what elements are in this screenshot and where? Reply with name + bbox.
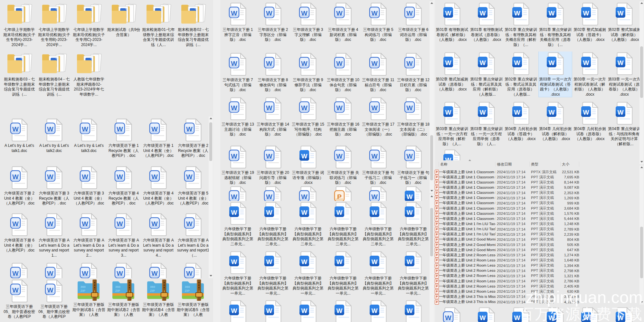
- file-item[interactable]: W 六年级数学下册【典型例题系列】典型例题系列之第一单元...: [396, 251, 430, 296]
- col-header-name[interactable]: 名称: [439, 162, 496, 167]
- file-item[interactable]: W 第03章 一元一次方程测试卷测试（原卷版）（人教版） .docx: [608, 52, 641, 97]
- file-item[interactable]: W 三年级语文下册 14 构段方式（部编版） .doc: [256, 97, 290, 137]
- file-item[interactable]: W 六年级英语下册 1 Recycle 教案（人教PEP）. doc: [107, 118, 140, 158]
- file-item[interactable]: W 六年级数学下册【典型例题系列】典型例题系列之第二单元...: [396, 201, 430, 247]
- file-item[interactable]: W 第02章 整式加减测试卷（答题卡）（人教版） .docx: [573, 2, 606, 43]
- file-item[interactable]: W 六年级英语下册 A Let's learn & Do a survey an…: [107, 213, 140, 258]
- file-item[interactable]: W 六年级英语下册 2 Recycle 教案（人教PEP）. doc: [176, 118, 210, 158]
- file-item[interactable]: W 三年级语文下册 19 选材组材（部编版） .doc: [221, 145, 255, 185]
- file-item[interactable]: W: [256, 299, 290, 322]
- file-item[interactable]: W 三年级语文下册 8 修改病句（部编版） .doc: [256, 52, 290, 93]
- zip-archive-item[interactable]: 360 ZIP 三年级英语下册版期中测试卷1（含答案）（人教: [72, 279, 106, 317]
- right-panel-scrollbar-bottom[interactable]: [639, 166, 644, 305]
- file-item[interactable]: W 第03章 重点突破训练：一元一次方程应用举例（解析版）（人...: [435, 101, 469, 147]
- file-item[interactable]: W 第04章 几何初步测试卷（答题卡）（人教版） .docx: [504, 101, 537, 142]
- file-item[interactable]: W: [608, 307, 641, 322]
- file-item[interactable]: W 第04章 几何初步测试卷（解析版）（人教版） .docx: [539, 101, 572, 142]
- file-item[interactable]: W 六年级数学下册【典型例题系列】典型例题系列之第二单元...: [361, 201, 395, 247]
- file-item[interactable]: W 第02章 重点突破训练：整式运算及其应用（解析版）（人教版...: [470, 52, 503, 97]
- file-item[interactable]: W: [361, 299, 395, 322]
- file-item[interactable]: W 三年级语文下册 关联词练习（部编版） .doc: [326, 145, 360, 185]
- scrollbar-thumb[interactable]: [430, 135, 433, 180]
- list-row[interactable]: P一年级英语上册 Unit 2 Room Lesson ...2024/11/1…: [433, 252, 642, 258]
- list-row[interactable]: P一年级英语上册 Unit 1 I'm LIU Tao课...2024/11/1…: [433, 232, 642, 237]
- file-item[interactable]: W 第01章 有理数测试卷测试（解析版）（人教版） .docx: [435, 2, 469, 43]
- file-item[interactable]: W: [504, 307, 537, 322]
- middle-panel-scrollbar-top[interactable]: [430, 1, 434, 193]
- folder-item[interactable]: 期末检测卷02 - 七年级数学上册期末综合复习专题提优训练（...: [176, 2, 210, 47]
- folder-item[interactable]: 期末检测卷01-七年级数学上册期末综合复习专题提优训练（人...: [142, 2, 175, 47]
- file-item[interactable]: W 三年级语文下册 2 字形区分（部编版） .doc: [256, 2, 290, 43]
- file-item[interactable]: W 六年级英语下册 A Let's learn & Do a survey an…: [142, 213, 175, 258]
- list-row[interactable]: P一年级英语上册 Unit 1 Classroom Les...2024/11/…: [433, 180, 642, 185]
- file-item[interactable]: W 三年级语文下册 6 词语运用（部编版） .doc: [396, 2, 430, 43]
- file-item[interactable]: W 第02章 重点突破训练：整式运算及其应用（原卷版）（人教版...: [504, 52, 537, 97]
- file-item[interactable]: W 六年级数学下册【典型例题系列】典型例题系列之第一单元...: [256, 251, 290, 296]
- list-row[interactable]: P一年级英语上册 Unit 1 I'm LIU Tao课...2024/11/1…: [433, 227, 642, 232]
- list-row[interactable]: P一年级英语上册 Unit 1 Classroom Les...2024/11/…: [433, 175, 642, 180]
- scroll-up-icon[interactable]: [210, 118, 212, 119]
- file-item[interactable]: W 六年级数学下册【典型例题系列】典型例题系列之第一单元...: [221, 251, 255, 296]
- file-item[interactable]: W: [291, 299, 325, 322]
- file-item[interactable]: W 六年级英语下册 1 Unit 4 教案（全）（人教PEP）.doc: [142, 118, 175, 158]
- list-row[interactable]: P一年级英语上册 Unit 1 I'm LIU Tao--H...2024/11…: [433, 221, 642, 226]
- scroll-down-icon[interactable]: [431, 190, 433, 192]
- scrollbar-thumb[interactable]: [209, 122, 212, 161]
- zip-archive-item[interactable]: 360 ZIP 三年级英语下册版期中测试卷2（含答案）（人教: [107, 279, 140, 317]
- file-item[interactable]: W 三年级语文下册 15 写作顺序、结构（部编版） .doc: [291, 97, 325, 137]
- file-item[interactable]: W 三年级语文下册 句子练习一（部编版） .doc: [396, 145, 430, 185]
- scrollbar-thumb[interactable]: [640, 227, 643, 278]
- scroll-up-icon[interactable]: [431, 195, 433, 197]
- list-row[interactable]: P一年级英语上册 Unit 2 Room Lesson ...2024/11/1…: [433, 258, 642, 263]
- file-item[interactable]: W: [221, 299, 255, 322]
- file-item[interactable]: W 六年级数学下册【典型例题系列】典型例题系列之第一单元...: [326, 251, 360, 296]
- file-item[interactable]: W 第01章 重点突破训练：有理数及其相关概念应用（原卷版）（...: [539, 2, 572, 47]
- list-row[interactable]: P一年级英语上册 Unit 1 Classroom Les...2024/11/…: [433, 169, 642, 175]
- file-item[interactable]: W 六年级数学下册【典型例题系列】典型例题系列之第一单元...: [291, 251, 325, 296]
- file-item[interactable]: W 第04章 几何初步测试卷（原卷版）（人教版） .docx: [573, 101, 606, 142]
- file-item[interactable]: W 六年级英语下册 A Let's learn & Do a survey an…: [37, 213, 71, 258]
- file-item[interactable]: W 三年级语文下册 13 主题讨论（部编版） .doc: [221, 97, 255, 137]
- file-item[interactable]: W 三年级语文下册 1 辨字正音（部编版） .doc: [221, 2, 255, 43]
- file-item[interactable]: W: [539, 307, 572, 322]
- col-header-date[interactable]: 修改日期: [496, 162, 530, 167]
- file-item[interactable]: W 六年级英语下册 A Let's learn & Do a survey an…: [72, 213, 106, 258]
- file-item[interactable]: W 第01章 重点突破训练：有理数及其相关概念应用（解析版）（...: [504, 2, 537, 47]
- file-item[interactable]: W 三年级语文下册 3 字义理解（部编版） .doc: [291, 2, 325, 43]
- left-panel-scrollbar[interactable]: [209, 117, 213, 278]
- file-item[interactable]: W 三年级语文下册 句子练习二（部编版） .doc: [361, 145, 395, 185]
- file-item[interactable]: W: [361, 185, 395, 201]
- zip-archive-item[interactable]: 360 ZIP 三年级英语下册版期中测试卷5（含答案）（人教: [176, 279, 210, 317]
- file-item[interactable]: W 三年级语文下册 7 句式练习（部编版） .doc: [221, 52, 255, 93]
- list-row[interactable]: P一年级英语上册 Unit 1 Classroom Les...2024/11/…: [433, 216, 642, 221]
- file-item[interactable]: W 第02章 整式加减测试卷（原卷版）（人教版） .docx: [435, 52, 469, 92]
- file-item[interactable]: W 六年级英语下册 5 Unit 4 教案（全）（人教PEP）.doc: [176, 166, 210, 206]
- scroll-down-icon[interactable]: [210, 275, 212, 277]
- list-row[interactable]: P一年级英语上册 Unit 2 Room Lesson ...2024/11/1…: [433, 279, 642, 284]
- scroll-up-icon[interactable]: [640, 2, 643, 4]
- file-item[interactable]: W: [107, 262, 140, 278]
- list-row[interactable]: P一年级英语上册 Unit 3 This is Miss Li ...2024/…: [433, 294, 642, 299]
- file-item[interactable]: W 六年级数学下册【典型例题系列】典型例题系列之第二单元...: [256, 201, 290, 247]
- file-item[interactable]: W: [396, 299, 430, 322]
- file-item[interactable]: W: [221, 185, 255, 201]
- file-item[interactable]: W 三年级语文下册 5 构词练习（部编版） .doc: [361, 2, 395, 43]
- list-row[interactable]: P一年级英语上册 Unit 2 Good Morning...2024/11/1…: [433, 237, 642, 242]
- file-item[interactable]: W 六年级数学下册【典型例题系列】典型例题系列之第二单元...: [326, 201, 360, 247]
- col-header-type[interactable]: 类型: [530, 162, 561, 167]
- file-item[interactable]: W A Let's try & Let's talk3.doc: [72, 118, 106, 153]
- file-item[interactable]: W 六年级英语下册 3 Recycle 教案（人教PEP）. doc: [37, 166, 71, 206]
- file-item[interactable]: W 三年级英语下册 05、期中普通校密卷（人教PEP: [3, 279, 36, 319]
- file-item[interactable]: W: [291, 185, 325, 201]
- folder-item[interactable]: 七年级上学期数学期末培优检测(尖子生专用B)-2023-2024学...: [37, 2, 71, 47]
- file-item[interactable]: W 第04章 重点突破训练：与线段和角有关的证明与计算（解析版...: [608, 101, 641, 147]
- file-item[interactable]: W 六年级英语下册 A Let's learn & Do a survey an…: [176, 213, 210, 258]
- file-item[interactable]: W A Let's try & Let's talk1.doc: [3, 118, 36, 153]
- file-item[interactable]: W: [142, 262, 175, 278]
- list-row[interactable]: P一年级英语上册 Unit 1 Classroom Les...2024/11/…: [433, 195, 642, 201]
- folder-item[interactable]: 七年级上学期数学期末培优检测(尖子生专用A)-2023-2024学...: [3, 2, 36, 47]
- list-row[interactable]: P一年级英语上册 Unit 2 Room Lesson ...2024/11/1…: [433, 268, 642, 273]
- list-row[interactable]: P一年级英语上册 Unit 1 Classroom Les...2024/11/…: [433, 201, 642, 206]
- list-row[interactable]: P一年级英语上册 Unit 2 Room Lesson ...2024/11/1…: [433, 284, 642, 289]
- scroll-up-icon[interactable]: [431, 2, 433, 4]
